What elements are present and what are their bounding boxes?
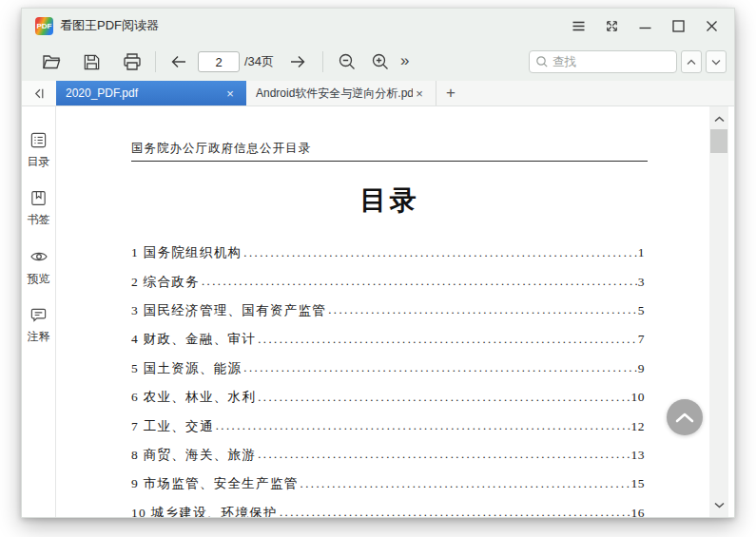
- vertical-scrollbar[interactable]: [709, 106, 728, 517]
- find-next-button[interactable]: [706, 50, 727, 73]
- find-previous-button[interactable]: [681, 50, 702, 73]
- sidebar-item-label: 预览: [28, 271, 50, 287]
- tab-close-icon[interactable]: ×: [413, 87, 426, 100]
- toc-page-number: 13: [631, 448, 646, 463]
- toc-dot-leader: ........................................…: [200, 275, 638, 289]
- toc-entry-text: 5 国土资源、能源: [131, 360, 242, 377]
- preview-icon: [29, 247, 48, 266]
- toc-icon: [29, 131, 48, 149]
- toc-dot-leader: ........................................…: [256, 391, 630, 405]
- tab-close-icon[interactable]: ×: [223, 87, 237, 100]
- page-total-label: /34页: [244, 53, 274, 70]
- toc-page-number: 16: [631, 506, 646, 517]
- toc-page-number: 12: [631, 419, 646, 434]
- app-title: 看图王PDF阅读器: [60, 17, 159, 34]
- bookmark-icon: [29, 189, 48, 207]
- toc-page-number: 3: [638, 275, 645, 290]
- back-to-top-button[interactable]: [667, 399, 703, 435]
- toc-dot-leader: ........................................…: [242, 361, 637, 375]
- tab-bar: 2020_PDF.pdf × Android软件安全与逆向分析.pdf × +: [22, 81, 734, 106]
- sidebar-item-bookmark[interactable]: 书签: [28, 189, 50, 228]
- collapse-sidebar-icon[interactable]: [22, 81, 56, 105]
- chevron-up-icon: [675, 412, 694, 423]
- tab-label: 2020_PDF.pdf: [66, 86, 223, 100]
- toc-dot-leader: ........................................…: [326, 303, 638, 317]
- new-tab-icon[interactable]: +: [436, 81, 465, 105]
- toc-page-number: 1: [638, 245, 645, 260]
- zoom-out-icon[interactable]: [337, 51, 358, 72]
- sidebar-item-label: 目录: [28, 154, 50, 170]
- tab-document-2[interactable]: Android软件安全与逆向分析.pdf ×: [246, 81, 436, 105]
- menu-icon[interactable]: [569, 16, 588, 35]
- minimize-icon[interactable]: [635, 16, 654, 35]
- toolbar: /34页 »: [22, 43, 734, 81]
- toc-list: 1 国务院组织机构...............................…: [131, 239, 645, 517]
- toc-dot-leader: ........................................…: [242, 246, 637, 260]
- sidebar-item-toc[interactable]: 目录: [28, 131, 50, 170]
- toc-dot-leader: ........................................…: [299, 477, 631, 491]
- toc-dot-leader: ........................................…: [278, 506, 631, 517]
- toc-row: 4 财政、金融、审计..............................…: [131, 325, 645, 354]
- toc-entry-text: 10 城乡建设、环境保护: [131, 505, 278, 517]
- tab-label: Android软件安全与逆向分析.pdf: [256, 86, 413, 102]
- toc-page-number: 10: [631, 390, 646, 405]
- toc-entry-text: 6 农业、林业、水利: [131, 389, 256, 406]
- toc-entry-text: 8 商贸、海关、旅游: [131, 447, 256, 464]
- sidebar-item-annotation[interactable]: 注释: [28, 306, 50, 345]
- print-icon[interactable]: [122, 51, 143, 72]
- zoom-in-icon[interactable]: [370, 51, 391, 72]
- window-controls: [569, 16, 721, 35]
- search-input[interactable]: [552, 55, 670, 68]
- fullscreen-icon[interactable]: [602, 16, 621, 35]
- next-page-icon[interactable]: [287, 51, 308, 72]
- toc-row: 2 综合政务..................................…: [131, 267, 645, 296]
- search-box[interactable]: [529, 50, 677, 73]
- toc-row: 6 农业、林业、水利..............................…: [131, 383, 645, 412]
- sidebar-item-label: 书签: [28, 212, 50, 228]
- app-logo-icon: PDF: [35, 17, 53, 35]
- toc-entry-text: 2 综合政务: [131, 274, 200, 291]
- app-window: PDF 看图王PDF阅读器: [21, 8, 735, 518]
- sidebar-item-preview[interactable]: 预览: [28, 247, 50, 287]
- toc-dot-leader: ........................................…: [256, 333, 638, 347]
- toc-page-number: 15: [631, 476, 646, 491]
- toc-entry-text: 4 财政、金融、审计: [131, 331, 256, 348]
- search-area: [529, 50, 727, 73]
- scrollbar-thumb[interactable]: [710, 129, 727, 153]
- toolbar-divider: [155, 51, 156, 72]
- tab-document-1[interactable]: 2020_PDF.pdf ×: [56, 81, 246, 105]
- toc-page-number: 5: [638, 303, 645, 318]
- toc-dot-leader: ........................................…: [256, 448, 630, 462]
- desktop: PDF 看图王PDF阅读器: [0, 0, 756, 537]
- close-icon[interactable]: [702, 16, 721, 35]
- toc-entry-text: 1 国务院组织机构: [131, 244, 242, 261]
- document-title: 目录: [131, 182, 648, 219]
- toc-row: 9 市场监管、安全生产监管...........................…: [131, 470, 645, 498]
- toc-row: 1 国务院组织机构...............................…: [131, 239, 645, 267]
- toc-page-number: 7: [638, 332, 645, 347]
- toc-page-number: 9: [638, 361, 645, 376]
- toc-entry-text: 9 市场监管、安全生产监管: [131, 475, 299, 492]
- prev-page-icon[interactable]: [168, 51, 189, 72]
- toc-row: 8 商贸、海关、旅游..............................…: [131, 441, 645, 470]
- scroll-up-icon[interactable]: [709, 110, 728, 127]
- toc-row: 5 国土资源、能源...............................…: [131, 355, 645, 383]
- toolbar-divider: [322, 51, 323, 72]
- save-icon[interactable]: [82, 52, 102, 72]
- window-body: 目录 书签 预览 注释: [22, 106, 734, 517]
- more-tools-icon[interactable]: »: [400, 52, 409, 71]
- maximize-icon[interactable]: [669, 16, 688, 35]
- titlebar: PDF 看图王PDF阅读器: [22, 9, 734, 43]
- pdf-viewer: 国务院办公厅政府信息公开目录 目录 1 国务院组织机构.............…: [56, 106, 734, 517]
- toc-entry-text: 7 工业、交通: [131, 418, 214, 435]
- toc-dot-leader: ........................................…: [214, 419, 631, 433]
- open-file-icon[interactable]: [41, 51, 62, 72]
- toc-row: 7 工业、交通.................................…: [131, 412, 645, 440]
- toc-row: 10 城乡建设、环境保护............................…: [131, 499, 645, 517]
- document-header: 国务院办公厅政府信息公开目录: [131, 141, 311, 157]
- left-sidebar: 目录 书签 预览 注释: [22, 106, 56, 517]
- annotation-icon: [29, 306, 48, 324]
- toc-entry-text: 3 国民经济管理、国有资产监管: [131, 302, 326, 319]
- page-number-input[interactable]: [198, 51, 240, 72]
- scroll-down-icon[interactable]: [709, 496, 728, 513]
